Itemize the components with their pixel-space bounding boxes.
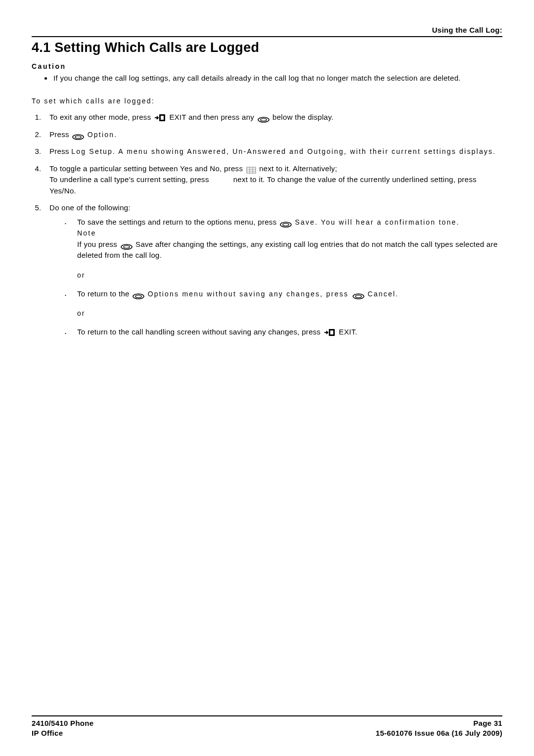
step-5: Do one of the following: To save the set… [44,202,502,338]
footer-right-1: Page 31 [473,718,502,728]
footer-right-2: 15-601076 Issue 06a (16 July 2009) [376,728,502,738]
substeps-list-3: To return to the call handling screen wi… [49,327,502,338]
substeps-list: To save the settings and return to the o… [49,217,502,261]
substep-cancel: To return to the Options menu without sa… [64,288,502,300]
svg-point-12 [283,223,289,226]
step-2-text-b: Option. [88,131,118,139]
substep-save: To save the settings and return to the o… [64,217,502,261]
substep-save-b: Save. You will hear a confirmation tone. [295,218,459,226]
substep-save-d: Save after changing the settings, any ex… [77,240,497,260]
svg-rect-1 [161,116,164,120]
step-1-text-c: below the display. [272,113,334,121]
svg-rect-6 [247,167,256,173]
svg-rect-20 [330,331,333,334]
caution-item: If you change the call log settings, any… [52,73,502,83]
svg-point-5 [75,136,81,138]
svg-point-3 [261,119,267,121]
or-separator-1: or [77,270,502,281]
footer-rule [32,715,502,716]
step-1-text-a: To exit any other mode, press [49,113,153,121]
step-5-text: Do one of the following: [49,203,131,212]
substep-save-a: To save the settings and return to the o… [77,218,279,226]
footer-left-2: IP Office [32,728,63,738]
step-4-text-c: To underline a call type's current setti… [49,175,211,184]
softkey-icon [258,115,269,121]
step-4-text-a: To toggle a particular setting between Y… [49,164,245,173]
step-3-text-b: Log Setup. A menu showing Answered, Un-A… [71,147,496,155]
dialpad-icon [246,166,256,173]
caution-label: Caution [32,62,502,70]
exit-icon [154,114,166,122]
substep-cancel-c: Cancel. [367,290,399,298]
header-section-label: Using the Call Log: [32,26,502,34]
svg-point-11 [280,222,291,227]
footer-left-1: 2410/5410 Phone [32,718,93,728]
softkey-icon [280,220,292,226]
softkey-icon [133,291,144,297]
svg-point-15 [133,294,144,299]
svg-point-4 [73,135,84,140]
substep-save-c: If you press [77,240,120,248]
substeps-list-2: To return to the Options menu without sa… [49,288,502,300]
steps-list: To exit any other mode, press EXIT and t… [32,112,502,338]
svg-point-18 [356,295,361,297]
step-4: To toggle a particular setting between Y… [44,163,502,197]
document-page: Using the Call Log: 4.1 Setting Which Ca… [0,0,534,756]
svg-point-14 [124,245,130,248]
header-rule [32,36,502,37]
substep-exit-b: EXIT. [339,328,357,336]
softkey-icon [72,132,84,138]
step-2-text-a: Press [49,130,71,139]
substep-cancel-b: Options menu without saving any changes,… [148,290,352,298]
intro-text: To set which calls are logged: [32,97,502,105]
step-4-text-b: next to it. Alternatively; [259,164,337,173]
step-3-text-a: Press [49,147,71,155]
step-1-text-b: EXIT and then press any [169,113,256,121]
step-2: Press Option. [44,129,502,141]
exit-icon [324,329,336,336]
note-label: Note [77,229,96,237]
svg-point-16 [135,295,141,297]
step-1: To exit any other mode, press EXIT and t… [44,112,502,123]
substep-exit: To return to the call handling screen wi… [64,327,502,338]
section-title: 4.1 Setting Which Calls are Logged [32,40,502,55]
caution-list: If you change the call log settings, any… [32,73,502,83]
softkey-icon [353,291,364,297]
svg-point-13 [121,244,132,249]
page-footer: 2410/5410 Phone Page 31 IP Office 15-601… [32,715,502,739]
softkey-icon [121,242,133,248]
svg-point-17 [353,294,364,299]
or-separator-2: or [77,308,502,319]
substep-cancel-a: To return to the [77,289,132,298]
substep-exit-a: To return to the call handling screen wi… [77,328,323,336]
svg-point-2 [258,117,269,122]
step-3: Press Log Setup. A menu showing Answered… [44,146,502,157]
